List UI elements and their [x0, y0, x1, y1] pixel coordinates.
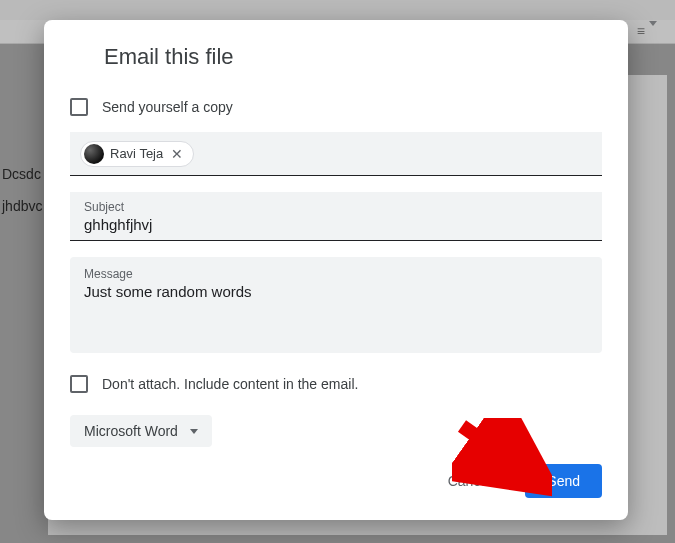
recipients-field[interactable]: Ravi Teja ✕: [70, 132, 602, 176]
dont-attach-row[interactable]: Don't attach. Include content in the ema…: [70, 375, 602, 393]
format-value: Microsoft Word: [84, 423, 178, 439]
cancel-button[interactable]: Cancel: [426, 464, 514, 498]
recipient-name: Ravi Teja: [110, 146, 163, 161]
email-file-dialog: Email this file Send yourself a copy Rav…: [44, 20, 628, 520]
indent-icon: ≡: [637, 23, 645, 39]
dialog-actions: Cancel Send: [426, 464, 602, 498]
remove-recipient-icon[interactable]: ✕: [169, 147, 185, 161]
subject-label: Subject: [84, 200, 588, 214]
dropdown-icon: [649, 26, 657, 41]
avatar: [84, 144, 104, 164]
subject-input[interactable]: [84, 216, 588, 233]
dont-attach-checkbox[interactable]: [70, 375, 88, 393]
send-copy-row[interactable]: Send yourself a copy: [70, 98, 602, 116]
recipient-chip[interactable]: Ravi Teja ✕: [80, 141, 194, 167]
subject-field-wrapper[interactable]: Subject: [70, 192, 602, 241]
format-select[interactable]: Microsoft Word: [70, 415, 212, 447]
bg-doc-text-1: Dcsdc: [2, 166, 41, 182]
dont-attach-label: Don't attach. Include content in the ema…: [102, 376, 358, 392]
send-button[interactable]: Send: [525, 464, 602, 498]
dialog-title: Email this file: [104, 44, 602, 70]
message-field-wrapper[interactable]: Message Just some random words: [70, 257, 602, 353]
message-input[interactable]: Just some random words: [84, 283, 588, 333]
message-label: Message: [84, 267, 588, 281]
bg-doc-text-2: jhdbvc: [2, 198, 42, 214]
bg-toolbar: [0, 0, 675, 20]
send-copy-checkbox[interactable]: [70, 98, 88, 116]
send-copy-label: Send yourself a copy: [102, 99, 233, 115]
chevron-down-icon: [190, 429, 198, 434]
